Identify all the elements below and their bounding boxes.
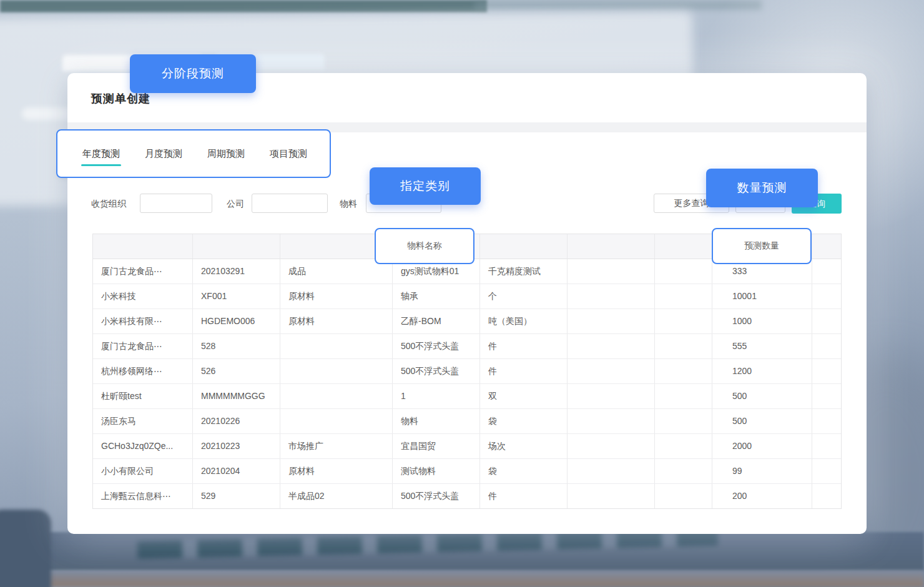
table-cell: HGDEMO006 bbox=[193, 309, 280, 333]
table-row[interactable]: 小米科技有限⋯HGDEMO006原材料乙醇-BOM吨（美国）1000 bbox=[93, 309, 841, 334]
table-header-cell bbox=[812, 234, 841, 259]
table-cell: 袋 bbox=[480, 409, 568, 433]
table-cell: 上海甄云信息科⋯ bbox=[93, 484, 193, 508]
table-cell: 99 bbox=[712, 459, 812, 483]
screen: 预测单创建 年度预测 月度预测 周期预测 bbox=[0, 0, 924, 587]
table-cell bbox=[568, 384, 655, 408]
table-cell: GCHo3Jzq0ZQe... bbox=[93, 434, 193, 458]
table-header-cell bbox=[93, 234, 193, 259]
background-phone bbox=[0, 510, 51, 587]
table-cell: 千克精度测试 bbox=[480, 259, 568, 284]
table-cell: 厦门古龙食品⋯ bbox=[93, 334, 193, 358]
table-row[interactable]: 上海甄云信息科⋯529半成品02500不浮式头盖件200 bbox=[93, 484, 841, 508]
table-row[interactable]: 厦门古龙食品⋯528500不浮式头盖件555 bbox=[93, 334, 841, 359]
table-cell bbox=[568, 334, 655, 358]
table-cell bbox=[280, 409, 393, 433]
material-name-highlight-box: 物料名称 bbox=[375, 228, 474, 264]
table-cell: 袋 bbox=[480, 459, 568, 483]
table-cell bbox=[568, 259, 655, 284]
tab-item[interactable]: 月度预测 bbox=[144, 148, 184, 160]
table-cell: 528 bbox=[193, 334, 280, 358]
table-cell bbox=[655, 384, 712, 408]
specify-category-badge: 指定类别 bbox=[370, 167, 481, 205]
table-cell: 双 bbox=[480, 384, 568, 408]
table-cell: 20210223 bbox=[193, 434, 280, 458]
material-label: 物料 bbox=[340, 199, 357, 210]
table-row[interactable]: 杭州移领网络⋯526500不浮式头盖件1200 bbox=[93, 359, 841, 384]
table-cell: 原材料 bbox=[280, 309, 393, 333]
table-cell: 杭州移领网络⋯ bbox=[93, 359, 193, 383]
table-header-cell bbox=[193, 234, 280, 259]
table-row[interactable]: 小米科技XF001原材料轴承个10001 bbox=[93, 284, 841, 309]
tab-label: 月度预测 bbox=[145, 148, 182, 159]
background-menubar bbox=[0, 0, 487, 12]
table-cell: 小小有限公司 bbox=[93, 459, 193, 483]
table-cell bbox=[655, 434, 712, 458]
table-cell bbox=[812, 284, 841, 308]
table-cell bbox=[655, 459, 712, 483]
table-header-cell bbox=[568, 234, 655, 259]
table-cell: 555 bbox=[712, 334, 812, 358]
table-cell: 厦门古龙食品⋯ bbox=[93, 259, 193, 284]
table-cell: 杜昕颐test bbox=[93, 384, 193, 408]
table-cell: 20210204 bbox=[193, 459, 280, 483]
table-header-cell bbox=[480, 234, 568, 259]
table-cell: 2000 bbox=[712, 434, 812, 458]
table-cell bbox=[568, 359, 655, 383]
table-cell: 原材料 bbox=[280, 284, 393, 308]
page-title: 预测单创建 bbox=[91, 91, 150, 106]
table-cell: 测试物料 bbox=[393, 459, 480, 483]
tab-label: 周期预测 bbox=[207, 148, 245, 159]
table-cell bbox=[568, 459, 655, 483]
table-cell: 1200 bbox=[712, 359, 812, 383]
table-row[interactable]: 汤臣东马20210226物料袋500 bbox=[93, 409, 841, 434]
table-cell bbox=[812, 359, 841, 383]
table-cell: 原材料 bbox=[280, 459, 393, 483]
tab-item[interactable]: 年度预测 bbox=[81, 148, 121, 160]
table-cell bbox=[568, 434, 655, 458]
table-cell bbox=[655, 284, 712, 308]
table-cell: 吨（美国） bbox=[480, 309, 568, 333]
table-cell: 529 bbox=[193, 484, 280, 508]
table-cell bbox=[812, 484, 841, 508]
table-cell bbox=[655, 484, 712, 508]
background-desk bbox=[0, 571, 924, 587]
forecast-qty-highlight-box: 预测数量 bbox=[712, 228, 812, 264]
table-header-cell bbox=[655, 234, 712, 259]
table-cell: 小米科技有限⋯ bbox=[93, 309, 193, 333]
active-tab-underline bbox=[81, 164, 121, 166]
table-cell: 场次 bbox=[480, 434, 568, 458]
table-cell bbox=[812, 259, 841, 284]
table-cell: 宜昌国贸 bbox=[393, 434, 480, 458]
table-cell: 526 bbox=[193, 359, 280, 383]
tab-label: 项目预测 bbox=[270, 148, 307, 159]
table-cell bbox=[812, 409, 841, 433]
table-cell: 小米科技 bbox=[93, 284, 193, 308]
tab-item[interactable]: 项目预测 bbox=[268, 148, 308, 160]
table-cell bbox=[812, 309, 841, 333]
table-cell bbox=[812, 459, 841, 483]
table-cell bbox=[568, 484, 655, 508]
tabs-highlight-box: 年度预测 月度预测 周期预测 项目预测 bbox=[56, 129, 331, 178]
table-cell: 202103291 bbox=[193, 259, 280, 284]
table-cell: 轴承 bbox=[393, 284, 480, 308]
tab-label: 年度预测 bbox=[82, 148, 120, 159]
receiving-org-input[interactable] bbox=[140, 194, 212, 213]
table-row[interactable]: 小小有限公司20210204原材料测试物料袋99 bbox=[93, 459, 841, 484]
table-row[interactable]: 杜昕颐testMMMMMMGGG1双500 bbox=[93, 384, 841, 409]
table-cell: 20210226 bbox=[193, 409, 280, 433]
table-cell: 件 bbox=[480, 359, 568, 383]
table-cell: 500 bbox=[712, 384, 812, 408]
tab-item[interactable]: 周期预测 bbox=[206, 148, 246, 160]
table-cell: 件 bbox=[480, 484, 568, 508]
table-cell: 件 bbox=[480, 334, 568, 358]
company-input[interactable] bbox=[252, 194, 328, 213]
table-cell bbox=[655, 409, 712, 433]
table-cell bbox=[812, 384, 841, 408]
table-row[interactable]: GCHo3Jzq0ZQe...20210223市场推广宜昌国贸场次2000 bbox=[93, 434, 841, 459]
table-cell bbox=[655, 259, 712, 284]
table-cell: 半成品02 bbox=[280, 484, 393, 508]
table-cell: XF001 bbox=[193, 284, 280, 308]
table-cell: MMMMMMGGG bbox=[193, 384, 280, 408]
forecast-tabs: 年度预测 月度预测 周期预测 项目预测 bbox=[81, 148, 308, 160]
